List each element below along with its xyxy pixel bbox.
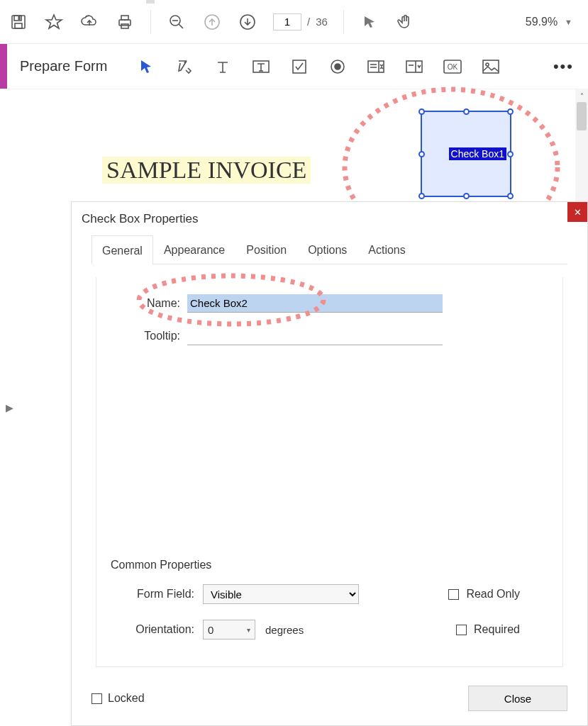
page-number-group: / 36 <box>273 13 328 30</box>
name-label: Name: <box>111 297 180 310</box>
locked-checkbox[interactable]: Locked <box>91 692 145 705</box>
tab-general[interactable]: General <box>91 235 153 264</box>
resize-handle[interactable] <box>507 108 514 115</box>
image-tool-icon[interactable] <box>480 56 501 77</box>
list-tool-icon[interactable] <box>365 56 387 77</box>
required-checkbox[interactable]: Required <box>456 623 520 636</box>
read-only-label: Read Only <box>466 588 520 601</box>
resize-handle[interactable] <box>507 193 514 199</box>
dialog-title: Check Box Properties <box>72 202 587 235</box>
close-button[interactable]: Close <box>468 686 567 711</box>
prepare-form-toolbar: Prepare Form OK ••• <box>0 44 588 89</box>
text-field-tool-icon[interactable] <box>212 56 233 77</box>
left-panel-collapsed: ▶ <box>0 89 18 726</box>
toolbar-divider <box>150 10 151 34</box>
page-total: 36 <box>316 16 328 28</box>
common-properties: Common Properties Form Field: Visible Re… <box>111 559 548 655</box>
resize-handle[interactable] <box>463 193 470 199</box>
resize-handle[interactable] <box>418 108 425 115</box>
main-toolbar: / 36 59.9% ▼ <box>0 0 588 44</box>
read-only-checkbox[interactable]: Read Only <box>448 588 520 601</box>
pointer-tool-icon[interactable] <box>135 56 157 77</box>
svg-rect-26 <box>483 60 499 73</box>
checkbox-icon[interactable] <box>448 589 459 600</box>
common-properties-title: Common Properties <box>111 559 548 571</box>
form-field-label: Form Field: <box>111 588 194 601</box>
select-arrow-icon[interactable] <box>360 12 379 32</box>
page-down-icon[interactable] <box>238 12 257 32</box>
zoom-value: 59.9% <box>526 16 558 28</box>
star-icon[interactable] <box>44 12 64 32</box>
resize-handle[interactable] <box>418 151 425 157</box>
ok-button-tool-icon[interactable]: OK <box>442 56 463 77</box>
tab-position[interactable]: Position <box>235 235 297 264</box>
name-row: Name: <box>111 294 548 313</box>
svg-point-16 <box>335 64 340 69</box>
selected-checkbox-field[interactable]: Check Box1 <box>421 111 511 197</box>
checkbox-properties-dialog: Check Box Properties ✕ General Appearanc… <box>71 201 588 726</box>
tooltip-input[interactable] <box>187 327 443 345</box>
toolbar-divider <box>343 10 344 34</box>
hand-icon[interactable] <box>395 12 415 32</box>
tab-actions[interactable]: Actions <box>357 235 416 264</box>
form-bar-title: Prepare Form <box>20 58 107 74</box>
svg-rect-17 <box>368 61 384 72</box>
tooltip-row: Tooltip: <box>111 327 548 345</box>
svg-point-27 <box>486 63 489 66</box>
cloud-upload-icon[interactable] <box>79 12 99 32</box>
close-icon[interactable]: ✕ <box>567 202 587 222</box>
page-separator: / <box>307 16 310 28</box>
orientation-row: Orientation: 0 ▾ degrees Required <box>111 620 548 640</box>
svg-text:OK: OK <box>448 63 458 71</box>
form-field-row: Form Field: Visible Read Only <box>111 584 548 604</box>
tab-options[interactable]: Options <box>297 235 357 264</box>
zoom-out-icon[interactable] <box>167 12 187 32</box>
resize-handle[interactable] <box>418 193 425 199</box>
orientation-input[interactable]: 0 ▾ <box>203 620 255 640</box>
checkbox-icon[interactable] <box>91 693 102 704</box>
dropdown-tool-icon[interactable] <box>404 56 425 77</box>
orientation-label: Orientation: <box>111 623 194 636</box>
name-input[interactable] <box>187 294 443 313</box>
text-box-tool-icon[interactable] <box>250 56 272 77</box>
svg-marker-4 <box>46 15 62 28</box>
zoom-display[interactable]: 59.9% ▼ <box>526 16 579 28</box>
radio-tool-icon[interactable] <box>327 56 348 77</box>
save-icon[interactable] <box>9 12 28 32</box>
svg-rect-6 <box>121 16 128 20</box>
svg-rect-14 <box>293 60 306 73</box>
more-tools-icon[interactable]: ••• <box>553 57 574 76</box>
degrees-label: degrees <box>265 624 304 636</box>
locked-label: Locked <box>108 692 145 705</box>
field-name-label: Check Box1 <box>449 147 506 160</box>
tab-indicator <box>146 0 155 4</box>
tooltip-label: Tooltip: <box>111 330 180 342</box>
scroll-up-icon[interactable]: ˄ <box>575 89 588 102</box>
dialog-footer: Locked Close <box>91 686 567 711</box>
form-field-select[interactable]: Visible <box>203 584 359 604</box>
chevron-down-icon[interactable]: ▼ <box>565 18 572 26</box>
checkbox-tool-icon[interactable] <box>289 56 310 77</box>
tab-general-panel: Name: Tooltip: Common Properties Form Fi… <box>96 277 563 667</box>
document-heading: SAMPLE INVOICE <box>102 157 311 184</box>
checkbox-icon[interactable] <box>456 625 467 635</box>
orientation-value: 0 <box>208 624 213 636</box>
svg-rect-2 <box>15 23 22 28</box>
svg-line-9 <box>179 24 183 28</box>
page-current-input[interactable] <box>273 13 301 30</box>
page-up-icon[interactable] <box>202 12 222 32</box>
resize-handle[interactable] <box>507 151 514 157</box>
print-icon[interactable] <box>115 12 135 32</box>
edit-text-tool-icon[interactable] <box>174 56 195 77</box>
svg-rect-7 <box>121 24 128 28</box>
scroll-thumb[interactable] <box>577 102 587 130</box>
chevron-down-icon[interactable]: ▾ <box>247 626 250 634</box>
required-label: Required <box>474 623 520 636</box>
resize-handle[interactable] <box>463 108 470 115</box>
dialog-tabs: General Appearance Position Options Acti… <box>91 235 567 264</box>
expand-panel-icon[interactable]: ▶ <box>6 402 13 413</box>
tab-appearance[interactable]: Appearance <box>153 235 235 264</box>
